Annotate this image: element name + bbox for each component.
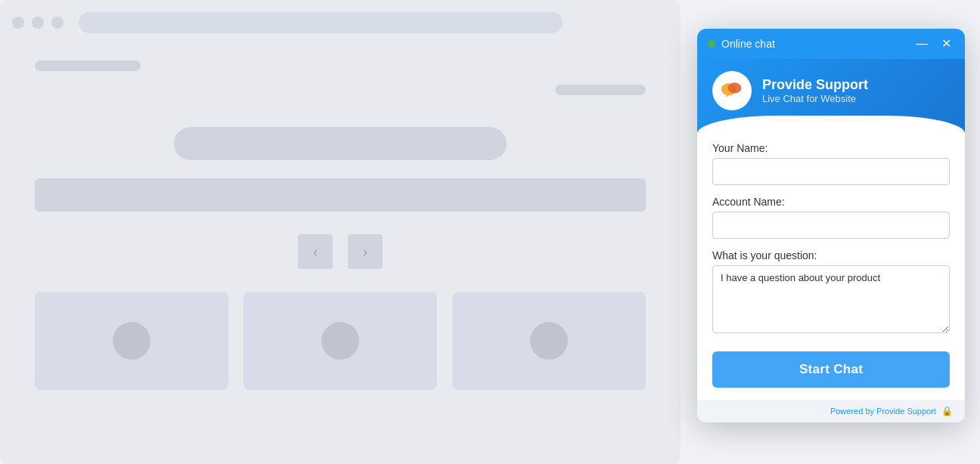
chat-topbar-left: Online chat — [708, 38, 775, 50]
browser-dot-red — [12, 17, 24, 29]
your-name-label: Your Name: — [712, 142, 950, 154]
wire-element — [174, 127, 507, 160]
browser-dot-yellow — [32, 17, 44, 29]
wire-nav-next: › — [348, 234, 383, 269]
browser-urlbar — [79, 12, 563, 33]
wire-element — [35, 60, 141, 71]
browser-titlebar — [12, 12, 668, 33]
wire-cards — [35, 292, 646, 390]
chat-form-body: Your Name: Account Name: What is your qu… — [697, 133, 965, 400]
chat-bubble-icon — [720, 79, 744, 103]
your-name-group: Your Name: — [712, 142, 950, 185]
chat-topbar-title: Online chat — [721, 38, 775, 50]
question-label: What is your question: — [712, 249, 950, 261]
wire-card-3 — [452, 292, 646, 390]
wire-element — [35, 178, 646, 212]
browser-dot-green — [51, 17, 64, 29]
question-group: What is your question: I have a question… — [712, 249, 950, 336]
account-name-label: Account Name: — [712, 196, 950, 208]
brand-avatar — [712, 71, 752, 110]
wire-element — [555, 85, 646, 95]
brand-tagline: Live Chat for Website — [762, 93, 868, 104]
wire-card-circle — [113, 322, 150, 360]
wire-nav-prev: ‹ — [298, 234, 333, 269]
account-name-group: Account Name: — [712, 196, 950, 239]
brand-name: Provide Support — [762, 77, 868, 94]
svg-point-1 — [728, 82, 742, 93]
chat-brand-header: Provide Support Live Chat for Website — [697, 59, 965, 133]
your-name-input[interactable] — [712, 158, 950, 185]
chat-topbar-actions: — ✕ — [913, 36, 954, 51]
wire-card-circle — [530, 322, 568, 360]
chat-footer: Powered by Provide Support 🔒 — [697, 400, 965, 422]
browser-content: ‹ › — [12, 45, 668, 405]
account-name-input[interactable] — [712, 212, 950, 239]
minimize-button[interactable]: — — [913, 36, 931, 51]
wire-section — [35, 127, 646, 160]
wire-card-2 — [243, 292, 437, 390]
browser-mockup: ‹ › — [0, 0, 681, 464]
close-button[interactable]: ✕ — [938, 36, 954, 51]
chat-widget: Online chat — ✕ Provide Support Live Cha… — [697, 29, 965, 422]
lock-icon: 🔒 — [941, 406, 953, 416]
wire-nav: ‹ › — [35, 234, 646, 269]
wire-card-1 — [35, 292, 228, 390]
question-textarea[interactable]: I have a question about your product — [712, 265, 950, 333]
brand-text: Provide Support Live Chat for Website — [762, 77, 868, 105]
chat-topbar: Online chat — ✕ — [697, 29, 965, 59]
powered-by-label: Powered by Provide Support — [830, 407, 936, 416]
start-chat-button[interactable]: Start Chat — [712, 351, 950, 388]
online-status-dot — [708, 40, 715, 48]
wire-card-circle — [321, 322, 359, 360]
